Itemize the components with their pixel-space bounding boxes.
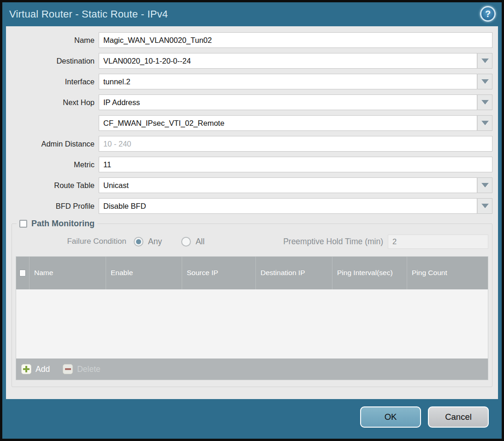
radio-any-label: Any xyxy=(148,237,162,247)
path-monitoring-checkbox[interactable] xyxy=(19,220,27,228)
delete-button[interactable]: Delete xyxy=(63,364,101,374)
column-header-source-ip[interactable]: Source IP xyxy=(182,257,255,289)
metric-input[interactable] xyxy=(99,157,492,172)
dialog-window: Virtual Router - Static Route - IPv4 ? N… xyxy=(2,2,502,439)
path-monitoring-section: Path Monitoring Failure Condition Any Al… xyxy=(12,219,492,387)
help-icon[interactable]: ? xyxy=(480,6,496,22)
cancel-button[interactable]: Cancel xyxy=(428,406,489,428)
select-all-checkbox[interactable] xyxy=(19,270,26,276)
failure-condition-label: Failure Condition xyxy=(16,237,126,246)
delete-button-label: Delete xyxy=(77,365,101,374)
chevron-down-icon xyxy=(481,100,489,105)
path-monitoring-table: Name Enable Source IP Destination IP Pin… xyxy=(16,256,488,380)
admin-distance-input[interactable] xyxy=(99,136,492,152)
add-button[interactable]: Add xyxy=(21,364,50,374)
bfd-profile-label: BFD Profile xyxy=(12,202,95,211)
minus-icon xyxy=(63,364,73,374)
bfd-profile-input[interactable] xyxy=(99,198,477,214)
ok-button[interactable]: OK xyxy=(360,406,421,428)
plus-icon xyxy=(21,364,31,374)
preemptive-hold-time-label: Preemptive Hold Time (min) xyxy=(283,237,383,247)
field-row-destination: Destination xyxy=(12,53,492,69)
chevron-down-icon xyxy=(481,204,489,208)
route-table-label: Route Table xyxy=(12,181,95,190)
path-monitoring-title: Path Monitoring xyxy=(31,219,95,229)
chevron-down-icon xyxy=(481,183,489,188)
failure-condition-row: Failure Condition Any All Preemptive Hol… xyxy=(16,234,488,249)
name-input[interactable] xyxy=(99,32,492,48)
next-hop-dropdown-button[interactable] xyxy=(477,94,492,110)
column-header-ping-interval[interactable]: Ping Interval(sec) xyxy=(332,257,407,289)
table-body-empty xyxy=(16,289,488,359)
failure-condition-option-all[interactable]: All xyxy=(181,237,204,247)
destination-label: Destination xyxy=(12,57,95,65)
field-row-interface: Interface xyxy=(12,74,492,89)
next-hop-address-dropdown-button[interactable] xyxy=(477,115,492,131)
chevron-down-icon xyxy=(481,121,489,125)
route-table-dropdown-button[interactable] xyxy=(477,177,492,193)
table-toolbar: Add Delete xyxy=(16,359,488,380)
name-label: Name xyxy=(12,36,95,45)
failure-condition-option-any[interactable]: Any xyxy=(134,237,162,247)
route-table-input[interactable] xyxy=(99,177,477,193)
radio-all-label: All xyxy=(196,237,204,247)
add-button-label: Add xyxy=(36,365,50,374)
chevron-down-icon xyxy=(481,59,489,63)
field-row-next-hop-address xyxy=(12,115,492,131)
field-row-metric: Metric xyxy=(12,157,492,172)
field-row-admin-distance: Admin Distance xyxy=(12,136,492,152)
next-hop-address-input[interactable] xyxy=(99,115,477,131)
next-hop-type-input[interactable] xyxy=(99,94,477,110)
bfd-profile-dropdown-button[interactable] xyxy=(477,198,492,214)
table-header-row: Name Enable Source IP Destination IP Pin… xyxy=(16,257,488,289)
dialog-title: Virtual Router - Static Route - IPv4 xyxy=(9,8,168,20)
interface-dropdown-button[interactable] xyxy=(477,74,492,89)
field-row-route-table: Route Table xyxy=(12,177,492,193)
next-hop-label: Next Hop xyxy=(12,98,95,107)
title-bar: Virtual Router - Static Route - IPv4 ? xyxy=(2,2,502,26)
metric-label: Metric xyxy=(12,160,95,169)
radio-any-icon[interactable] xyxy=(134,237,143,247)
dialog-body: Name Destination Interface Next Hop xyxy=(6,26,498,399)
destination-dropdown-button[interactable] xyxy=(477,53,492,69)
interface-input[interactable] xyxy=(99,74,477,89)
field-row-bfd-profile: BFD Profile xyxy=(12,198,492,214)
column-header-ping-count[interactable]: Ping Count xyxy=(407,257,488,289)
chevron-down-icon xyxy=(481,79,489,84)
column-header-destination-ip[interactable]: Destination IP xyxy=(255,257,332,289)
field-row-name: Name xyxy=(12,32,492,48)
radio-all-icon[interactable] xyxy=(181,237,191,247)
destination-input[interactable] xyxy=(99,53,477,69)
admin-distance-label: Admin Distance xyxy=(12,140,95,148)
column-header-name[interactable]: Name xyxy=(29,257,106,289)
path-monitoring-legend: Path Monitoring xyxy=(17,219,97,229)
table-header-select-all[interactable] xyxy=(16,257,29,289)
column-header-enable[interactable]: Enable xyxy=(106,257,182,289)
interface-label: Interface xyxy=(12,77,95,86)
preemptive-hold-time-input[interactable] xyxy=(388,235,488,249)
field-row-next-hop: Next Hop xyxy=(12,94,492,110)
